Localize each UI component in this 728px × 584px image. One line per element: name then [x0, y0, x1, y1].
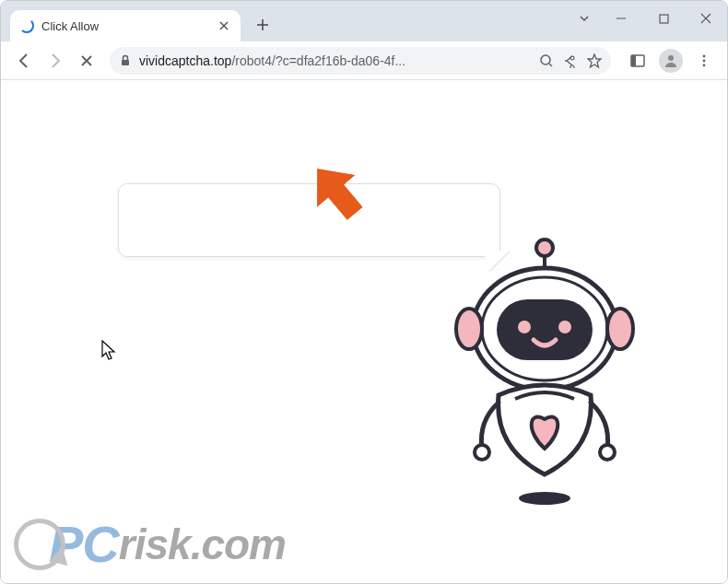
minimize-icon [616, 13, 627, 24]
url-text: vividcaptcha.top/robot4/?c=dfa2f16b-da06… [139, 53, 532, 68]
toolbar-right [620, 47, 718, 75]
menu-dots-icon [698, 54, 710, 67]
browser-window: Click Allow [0, 0, 728, 584]
back-arrow-icon [16, 53, 32, 69]
svg-rect-0 [660, 15, 668, 23]
tab-search-button[interactable] [569, 13, 600, 24]
window-controls [569, 1, 727, 36]
svg-rect-15 [497, 299, 593, 360]
close-tab-button[interactable] [217, 18, 231, 33]
svg-point-5 [668, 55, 674, 61]
svg-point-16 [518, 321, 531, 333]
robot-mascot [434, 237, 655, 513]
close-window-button[interactable] [685, 5, 727, 32]
back-button[interactable] [10, 47, 38, 75]
forward-arrow-icon [47, 53, 64, 69]
maximize-icon [659, 14, 669, 24]
svg-point-13 [456, 309, 482, 349]
browser-tab[interactable]: Click Allow [10, 10, 241, 41]
title-bar: Click Allow [1, 1, 727, 41]
svg-point-7 [703, 59, 706, 62]
menu-button[interactable] [690, 47, 718, 75]
svg-point-19 [600, 445, 615, 460]
stop-reload-button[interactable] [73, 47, 100, 75]
chevron-down-icon [579, 13, 590, 24]
address-bar[interactable]: vividcaptcha.top/robot4/?c=dfa2f16b-da06… [110, 47, 611, 75]
close-icon [219, 21, 229, 30]
side-panel-icon [630, 53, 645, 68]
loading-spinner-icon [19, 18, 34, 33]
new-tab-button[interactable] [250, 12, 276, 38]
watermark-magnifier-icon [14, 519, 65, 570]
close-icon [700, 13, 711, 24]
svg-rect-1 [122, 60, 129, 65]
svg-point-8 [703, 64, 706, 66]
search-icon[interactable] [539, 53, 554, 68]
svg-rect-4 [631, 55, 636, 66]
star-icon[interactable] [587, 53, 602, 68]
svg-point-9 [536, 239, 553, 256]
svg-point-14 [607, 309, 633, 349]
forward-button[interactable] [41, 47, 69, 75]
svg-point-18 [475, 445, 489, 460]
profile-button[interactable] [659, 49, 683, 73]
omnibox-actions [539, 53, 602, 68]
plus-icon [256, 18, 269, 31]
maximize-button[interactable] [642, 5, 685, 32]
stop-icon [80, 54, 93, 67]
tab-title: Click Allow [41, 19, 99, 33]
profile-icon [663, 53, 679, 69]
watermark: PCrisk.com [14, 514, 286, 574]
lock-icon [119, 54, 132, 67]
svg-point-17 [558, 321, 571, 333]
page-content: PCrisk.com [1, 80, 727, 583]
share-icon[interactable] [563, 53, 578, 68]
side-panel-button[interactable] [624, 47, 652, 75]
url-domain: vividcaptcha.top [139, 53, 231, 68]
watermark-suffix: risk.com [119, 520, 286, 569]
mouse-cursor-icon [101, 340, 118, 366]
svg-point-6 [703, 54, 706, 57]
watermark-c: C [82, 514, 118, 574]
minimize-button[interactable] [600, 5, 642, 32]
toolbar: vividcaptcha.top/robot4/?c=dfa2f16b-da06… [1, 41, 727, 80]
svg-point-2 [541, 55, 550, 64]
url-path: /robot4/?c=dfa2f16b-da06-4f... [231, 53, 405, 68]
svg-point-20 [519, 492, 570, 505]
